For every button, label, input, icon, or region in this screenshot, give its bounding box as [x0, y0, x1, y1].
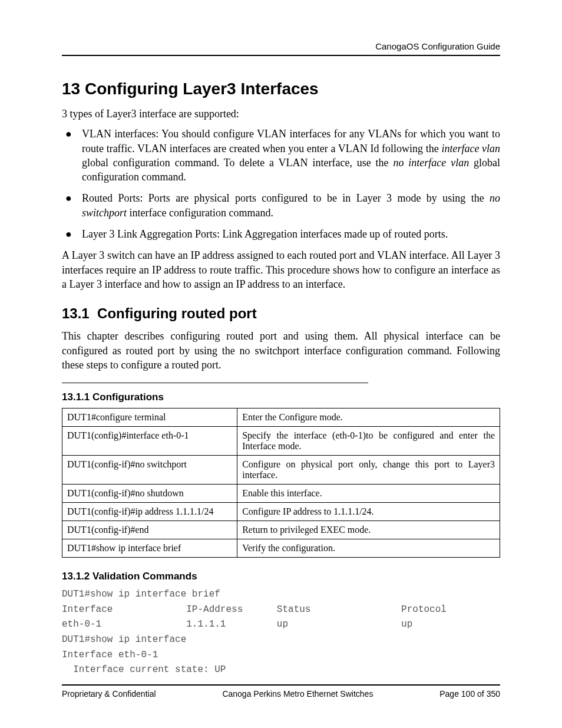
subsection-number: 13.1.2	[62, 571, 90, 582]
table-row: DUT1(config-if)#no shutdownEnable this i…	[62, 485, 500, 503]
table-row: DUT1(config)#interface eth-0-1Specify th…	[62, 427, 500, 456]
table-row: DUT1#configure terminalEnter the Configu…	[62, 409, 500, 427]
list-item: Routed Ports: Ports are physical ports c…	[62, 191, 500, 220]
desc-cell: Enable this interface.	[237, 485, 500, 503]
validation-output: DUT1#show ip interface brief Interface I…	[62, 587, 500, 678]
footer-left: Proprietary & Confidential	[62, 689, 156, 699]
cmd-cell: DUT1(config-if)#end	[62, 521, 237, 539]
list-item: VLAN interfaces: You should configure VL…	[62, 127, 500, 184]
section-number: 13.1	[62, 305, 90, 321]
section-intro: This chapter describes configuring route…	[62, 329, 500, 372]
cmd-cell: DUT1#show ip interface brief	[62, 539, 237, 558]
desc-cell: Verify the configuration.	[237, 539, 500, 558]
text: global configuration command. To delete …	[82, 157, 393, 169]
list-item: Layer 3 Link Aggregation Ports: Link Agg…	[62, 227, 500, 241]
header-right-text: CanogaOS Configuration Guide	[375, 41, 500, 51]
footer-right: Page 100 of 350	[439, 689, 500, 699]
italic-term: no interface vlan	[393, 157, 469, 169]
subsection-number: 13.1.1	[62, 391, 90, 403]
page-header: CanogaOS Configuration Guide	[62, 41, 500, 56]
subsection-title: Configurations	[92, 391, 164, 403]
cmd-cell: DUT1(config)#interface eth-0-1	[62, 427, 237, 456]
chapter-intro: 3 types of Layer3 interface are supporte…	[62, 107, 500, 121]
subsection-title: Validation Commands	[92, 571, 197, 582]
cmd-cell: DUT1(config-if)#no switchport	[62, 456, 237, 485]
chapter-para2: A Layer 3 switch can have an IP address …	[62, 248, 500, 291]
chapter-number: 13	[62, 80, 80, 98]
table-row: DUT1(config-if)#endReturn to privileged …	[62, 521, 500, 539]
footer-center: Canoga Perkins Metro Ethernet Switches	[222, 689, 373, 699]
cmd-cell: DUT1(config-if)#no shutdown	[62, 485, 237, 503]
cmd-cell: DUT1(config-if)#ip address 1.1.1.1/24	[62, 503, 237, 521]
subsection-heading: 13.1.1 Configurations	[62, 391, 500, 403]
table-row: DUT1(config-if)#no switchportConfigure o…	[62, 456, 500, 485]
section-heading: 13.1 Configuring routed port	[62, 305, 500, 322]
table-row: DUT1(config-if)#ip address 1.1.1.1/24Con…	[62, 503, 500, 521]
separator-rule	[62, 383, 368, 383]
italic-term: interface vlan	[441, 143, 500, 154]
desc-cell: Enter the Configure mode.	[237, 409, 500, 427]
section-title: Configuring routed port	[97, 305, 257, 321]
page-footer: Proprietary & Confidential Canoga Perkin…	[62, 684, 500, 699]
subsection-heading: 13.1.2 Validation Commands	[62, 571, 500, 582]
cmd-cell: DUT1#configure terminal	[62, 409, 237, 427]
desc-cell: Configure on physical port only, change …	[237, 456, 500, 485]
text: VLAN interfaces: You should configure VL…	[82, 128, 500, 154]
desc-cell: Specify the interface (eth-0-1)to be con…	[237, 427, 500, 456]
config-table: DUT1#configure terminalEnter the Configu…	[62, 408, 500, 558]
text: Routed Ports: Ports are physical ports c…	[82, 192, 490, 204]
chapter-heading: 13 Configuring Layer3 Interfaces	[62, 80, 500, 98]
table-row: DUT1#show ip interface briefVerify the c…	[62, 539, 500, 558]
bullet-list: VLAN interfaces: You should configure VL…	[62, 127, 500, 241]
text: interface configuration command.	[127, 207, 273, 219]
chapter-title: Configuring Layer3 Interfaces	[85, 80, 319, 98]
page: CanogaOS Configuration Guide 13 Configur…	[0, 0, 562, 728]
desc-cell: Configure IP address to 1.1.1.1/24.	[237, 503, 500, 521]
desc-cell: Return to privileged EXEC mode.	[237, 521, 500, 539]
